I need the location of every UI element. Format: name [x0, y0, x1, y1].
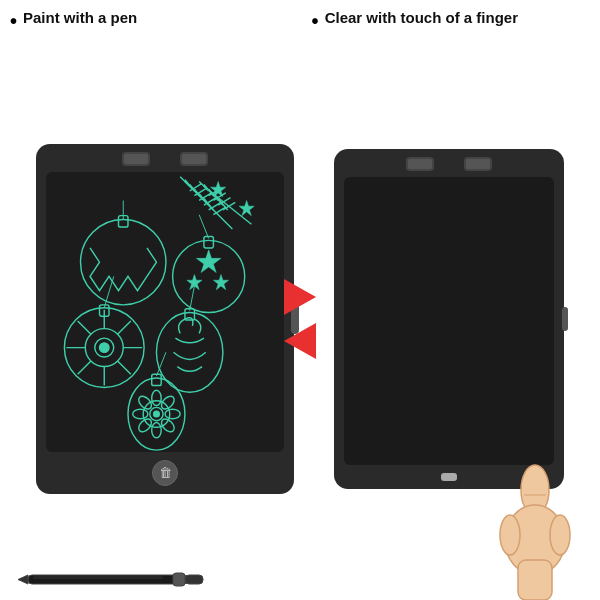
svg-line-42 [78, 321, 91, 334]
svg-point-51 [152, 390, 161, 405]
svg-line-41 [78, 360, 91, 373]
left-tablet: 🗑 [36, 144, 294, 494]
left-bullet: • [10, 10, 17, 33]
left-arrow-icon [284, 323, 316, 359]
svg-marker-24 [239, 200, 254, 215]
trash-icon: 🗑 [159, 465, 172, 480]
side-button-right [562, 307, 568, 331]
left-tablet-top-bar [36, 144, 294, 170]
svg-point-54 [165, 409, 180, 418]
right-tablet [334, 149, 564, 489]
svg-line-2 [180, 176, 189, 185]
right-bullet: • [312, 10, 319, 33]
left-header-text: Paint with a pen [23, 8, 137, 28]
svg-point-53 [133, 409, 148, 418]
pen-svg [18, 567, 218, 592]
svg-point-25 [81, 219, 166, 304]
right-screen [344, 177, 554, 465]
right-nub [441, 473, 457, 481]
finger-svg [480, 460, 590, 600]
svg-marker-30 [213, 274, 228, 289]
header-row: • Paint with a pen • Clear with touch of… [0, 0, 600, 37]
pen-area [18, 567, 218, 592]
main-container: • Paint with a pen • Clear with touch of… [0, 0, 600, 600]
finger-area [480, 460, 590, 600]
left-screen [46, 172, 284, 452]
header-right: • Clear with touch of a finger [312, 8, 590, 33]
arrows-container [284, 279, 316, 359]
svg-rect-70 [518, 560, 552, 600]
drawing-svg [46, 172, 284, 452]
svg-rect-74 [185, 575, 203, 584]
right-header-text: Clear with touch of a finger [325, 8, 518, 28]
right-handle-2 [464, 157, 492, 171]
right-handle-1 [406, 157, 434, 171]
delete-button[interactable]: 🗑 [152, 460, 178, 486]
header-left: • Paint with a pen [10, 8, 288, 33]
svg-marker-72 [18, 575, 28, 584]
svg-point-67 [500, 515, 520, 555]
svg-line-39 [118, 321, 131, 334]
svg-rect-73 [173, 573, 185, 586]
left-handle-2 [180, 152, 208, 166]
tablets-row: 🗑 [0, 37, 600, 600]
left-handle-1 [122, 152, 150, 166]
svg-marker-28 [196, 249, 221, 272]
svg-point-68 [550, 515, 570, 555]
svg-point-43 [100, 342, 109, 351]
svg-line-61 [199, 214, 208, 238]
svg-line-63 [190, 285, 195, 310]
svg-rect-75 [33, 576, 163, 579]
right-tablet-top-bar [334, 149, 564, 175]
svg-line-40 [118, 360, 131, 373]
left-tablet-bottom: 🗑 [36, 454, 294, 494]
svg-point-50 [154, 411, 160, 417]
svg-point-52 [152, 422, 161, 437]
right-arrow-icon [284, 279, 316, 315]
